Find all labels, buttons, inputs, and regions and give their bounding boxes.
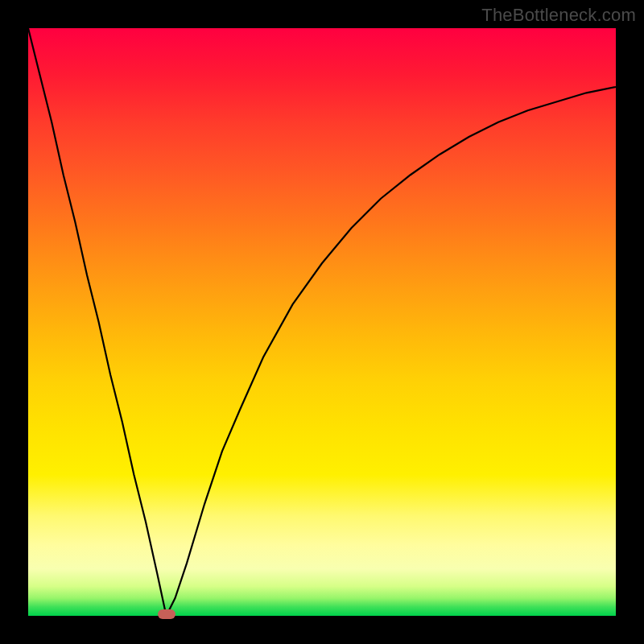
chart-frame: TheBottleneck.com [0,0,644,644]
plot-area [28,28,616,616]
optimal-point-marker [158,609,175,619]
watermark-text: TheBottleneck.com [481,5,636,26]
bottleneck-curve [28,28,616,616]
